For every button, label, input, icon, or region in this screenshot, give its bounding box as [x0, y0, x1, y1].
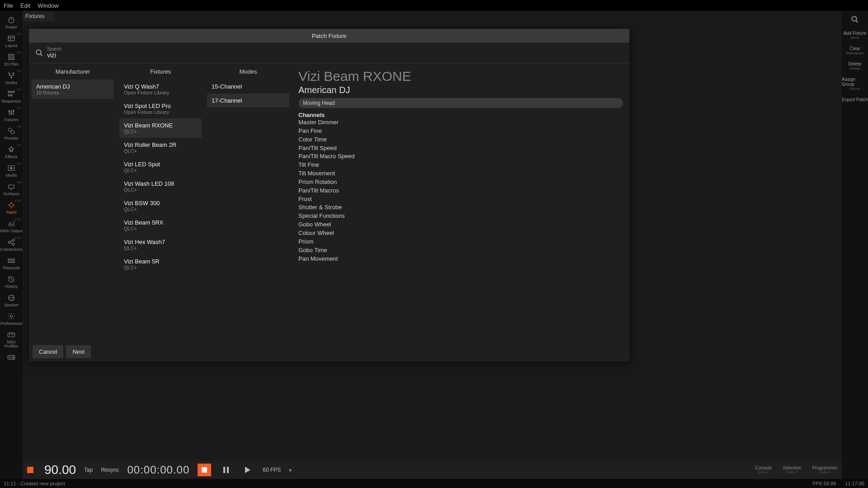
channel-line: Frost [298, 195, 623, 204]
play-button[interactable] [241, 464, 255, 476]
sidebar-item-sequencer[interactable]: F4Sequencer [0, 87, 23, 105]
tab-fixtures[interactable]: Fixtures [23, 11, 54, 22]
transport-panel-console[interactable]: ConsoleShift+C [755, 465, 772, 474]
sidebar-item-layout[interactable]: F1Layout [0, 31, 23, 50]
channel-line: Gobo Time [298, 246, 623, 255]
mode-item[interactable]: 17-Channel [207, 94, 289, 108]
rsidebar-item-shortcut: Backspace [846, 51, 863, 55]
next-button[interactable]: Next [66, 345, 91, 358]
transport-panel-programmer[interactable]: ProgrammerShift+P [812, 465, 837, 474]
list-item-secondary: Open Fixture Library [124, 109, 197, 115]
sidebar-item-label: History [5, 285, 18, 289]
sidebar-item-preferences[interactable]: Preferences [0, 309, 23, 328]
sidebar-item-label: Fixtures [4, 118, 19, 122]
session-icon [7, 293, 16, 302]
svg-point-10 [13, 73, 14, 74]
sidebar-item-2d-plan[interactable]: F22D Plan [0, 50, 23, 68]
manufacturer-item[interactable]: American DJ10 fixtures [32, 80, 114, 99]
fixture-item[interactable]: Vizi Beam RXONEQLC+ [119, 118, 202, 138]
sequencer-icon [7, 89, 16, 99]
sidebar-item-effects[interactable]: F7Effects [0, 142, 23, 161]
fkey-label: F10 [15, 199, 21, 203]
rsidebar-item-clear[interactable]: ClearBackspace [842, 46, 868, 55]
svg-point-56 [9, 357, 11, 358]
pause-button[interactable] [219, 464, 233, 476]
channels-header: Channels [298, 112, 623, 118]
mode-item[interactable]: 15-Channel [207, 80, 289, 94]
channel-line: Shutter & Strobe [298, 203, 623, 212]
fixture-item[interactable]: Vizi Wash LED 108QLC+ [119, 177, 202, 196]
sliders-icon [7, 108, 16, 117]
list-item-secondary: QLC+ [124, 148, 197, 154]
fixture-item[interactable]: Vizi Spot LED ProOpen Fixture Library [119, 99, 202, 118]
sidebar-item-surfaces[interactable]: F9Surfaces [0, 179, 23, 198]
fps-selector[interactable]: 60 FPS [263, 467, 281, 473]
channel-line: Tilt Fine [298, 161, 623, 169]
search-icon [34, 49, 44, 57]
rsidebar-item-delete[interactable]: DeleteDelete [842, 61, 868, 70]
list-item-primary: Vizi BSW 300 [124, 200, 197, 206]
tap-button[interactable]: Tap [84, 467, 93, 473]
timecode-display: 00:00:00.00 [127, 464, 189, 476]
chevron-down-icon[interactable]: ▾ [289, 467, 292, 474]
nodes-icon [7, 71, 16, 80]
fkey-label: F12 [15, 236, 21, 240]
sidebar-item-session[interactable]: Session [0, 291, 23, 309]
sidebar-item-label: Power [5, 25, 17, 29]
sidebar-item-presets[interactable]: F6Presets [0, 124, 23, 142]
svg-rect-13 [11, 91, 12, 93]
sidebar-item-history[interactable]: History [0, 272, 23, 291]
fixture-item[interactable]: Vizi Q Wash7Open Fixture Library [119, 80, 202, 99]
sidebar-item-item[interactable] [0, 350, 23, 364]
search-row: Search [29, 42, 629, 63]
rsidebar-item-add-fixture[interactable]: Add FixtureAlt+A [842, 31, 868, 40]
transport-panel-shortcut: Shift+P [819, 470, 830, 474]
menu-file[interactable]: File [4, 2, 13, 9]
fixture-item[interactable]: Vizi Beam 5RQLC+ [119, 254, 202, 274]
svg-point-29 [9, 203, 13, 207]
svg-rect-6 [12, 54, 14, 56]
patch-icon [7, 201, 16, 210]
rsidebar-item-shortcut: Alt+A [850, 36, 859, 40]
sidebar-item-timecode[interactable]: Timecode [0, 253, 23, 272]
stop-button[interactable] [198, 464, 211, 476]
rsidebar-item-export-patch[interactable]: Export Patch [842, 97, 868, 102]
resync-button[interactable]: Resync [101, 467, 119, 473]
search-icon[interactable] [850, 14, 860, 24]
fixture-item[interactable]: Vizi BSW 300QLC+ [119, 196, 202, 216]
sidebar-item-fixtures[interactable]: F5Fixtures [0, 105, 23, 124]
svg-rect-16 [11, 95, 12, 96]
sidebar-item-midi-profiles[interactable]: MIDI Profiles [0, 328, 23, 350]
menu-edit[interactable]: Edit [20, 2, 30, 9]
fkey-label: F2 [17, 51, 21, 55]
fixture-item[interactable]: Vizi Hex Wash7QLC+ [119, 235, 202, 254]
list-item-secondary: QLC+ [124, 206, 197, 212]
svg-point-50 [10, 315, 13, 318]
sidebar-item-patch[interactable]: F10Patch [0, 198, 23, 216]
left-sidebar: PowerF1LayoutF22D PlanF3NodesF4Sequencer… [0, 11, 23, 488]
list-item-secondary: QLC+ [124, 226, 197, 231]
sidebar-item-dmx-output[interactable]: F11DMX Output [0, 216, 23, 235]
effects-icon [7, 145, 16, 154]
cancel-button[interactable]: Cancel [33, 345, 63, 358]
bpm-display[interactable]: 90.00 [44, 463, 76, 477]
sidebar-item-nodes[interactable]: F3Nodes [0, 68, 23, 87]
fkey-label: F6 [17, 125, 21, 129]
rsidebar-item-assign-group[interactable]: Assign GroupCtrl+G [842, 77, 868, 91]
fixture-item[interactable]: Vizi Roller Beam 2RQLC+ [119, 138, 202, 157]
rsidebar-item-label: Add Fixture [843, 31, 866, 36]
search-input[interactable] [47, 52, 228, 59]
transport-panel-selection[interactable]: SelectionShift+S [783, 465, 801, 474]
menu-window[interactable]: Window [38, 2, 58, 9]
rsidebar-item-label: Clear [849, 46, 860, 51]
sidebar-item-media[interactable]: F8Media [0, 161, 23, 179]
sidebar-item-connections[interactable]: F12Connections [0, 235, 23, 253]
list-item-secondary: Open Fixture Library [124, 90, 197, 95]
sidebar-item-power[interactable]: Power [0, 13, 23, 31]
fixture-item[interactable]: Vizi Beam 5RXQLC+ [119, 216, 202, 235]
record-indicator-icon[interactable] [27, 467, 33, 473]
detail-title: Vizi Beam RXONE [298, 69, 623, 84]
fixture-item[interactable]: Vizi LED SpotQLC+ [119, 157, 202, 177]
svg-rect-14 [13, 91, 14, 93]
list-item-primary: Vizi Beam 5RX [124, 219, 197, 226]
